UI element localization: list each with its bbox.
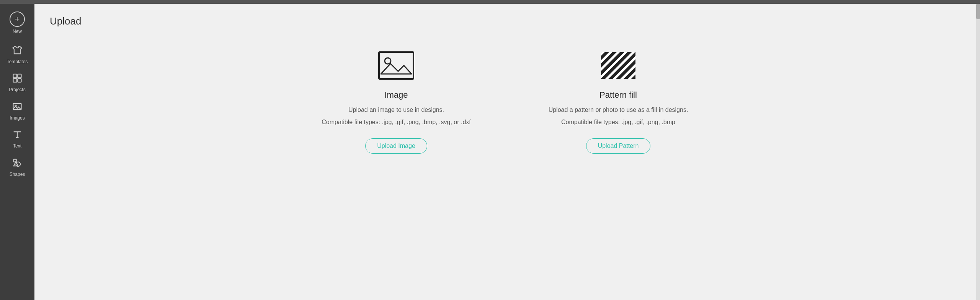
tshirt-icon bbox=[12, 45, 23, 57]
sidebar-item-templates[interactable]: Templates bbox=[2, 41, 33, 68]
text-icon bbox=[12, 129, 23, 141]
sidebar-item-new[interactable]: + New bbox=[2, 8, 33, 38]
image-icon bbox=[12, 101, 23, 113]
image-card-compat: Compatible file types: .jpg, .gif, .png,… bbox=[322, 118, 471, 127]
scrollbar-thumb[interactable] bbox=[976, 4, 980, 19]
upload-pattern-button[interactable]: Upload Pattern bbox=[586, 138, 651, 154]
upload-cards: Image Upload an image to use in designs.… bbox=[50, 43, 965, 289]
sidebar-item-projects[interactable]: Projects bbox=[2, 69, 33, 96]
svg-rect-3 bbox=[18, 79, 21, 82]
sidebar-item-shapes-label: Shapes bbox=[10, 172, 25, 177]
upload-image-card: Image Upload an image to use in designs.… bbox=[301, 50, 492, 154]
image-upload-icon bbox=[377, 50, 415, 82]
page-title: Upload bbox=[50, 15, 965, 27]
svg-rect-2 bbox=[13, 79, 17, 82]
svg-rect-8 bbox=[379, 52, 413, 79]
pattern-card-compat: Compatible file types: .jpg, .gif, .png,… bbox=[561, 118, 675, 127]
main-content: Upload Image Upload an image to use in d… bbox=[34, 4, 980, 300]
sidebar-item-templates-label: Templates bbox=[7, 59, 28, 64]
sidebar-item-shapes[interactable]: Shapes bbox=[2, 154, 33, 181]
svg-point-9 bbox=[385, 58, 391, 64]
sidebar-item-text-label: Text bbox=[13, 143, 21, 149]
upload-image-button[interactable]: Upload Image bbox=[365, 138, 427, 154]
svg-rect-7 bbox=[14, 159, 16, 162]
sidebar-item-text[interactable]: Text bbox=[2, 125, 33, 152]
sidebar-item-images[interactable]: Images bbox=[2, 97, 33, 125]
plus-circle-icon: + bbox=[10, 11, 25, 27]
svg-rect-12 bbox=[601, 52, 635, 79]
upload-pattern-card: Pattern fill Upload a pattern or photo t… bbox=[523, 50, 714, 154]
sidebar: + New Templates Projects bbox=[0, 4, 34, 300]
image-card-desc: Upload an image to use in designs. bbox=[348, 105, 444, 115]
scrollbar[interactable] bbox=[976, 4, 980, 300]
svg-rect-0 bbox=[13, 74, 17, 78]
pattern-upload-icon bbox=[599, 50, 637, 82]
sidebar-item-images-label: Images bbox=[10, 115, 24, 121]
image-card-title: Image bbox=[384, 90, 408, 100]
top-bar bbox=[0, 0, 980, 4]
pattern-card-title: Pattern fill bbox=[599, 90, 637, 100]
sidebar-item-projects-label: Projects bbox=[9, 87, 25, 92]
sidebar-item-new-label: New bbox=[13, 29, 22, 34]
projects-icon bbox=[12, 73, 23, 85]
pattern-card-desc: Upload a pattern or photo to use as a fi… bbox=[549, 105, 688, 115]
shapes-icon bbox=[12, 157, 23, 170]
svg-rect-1 bbox=[18, 74, 21, 78]
